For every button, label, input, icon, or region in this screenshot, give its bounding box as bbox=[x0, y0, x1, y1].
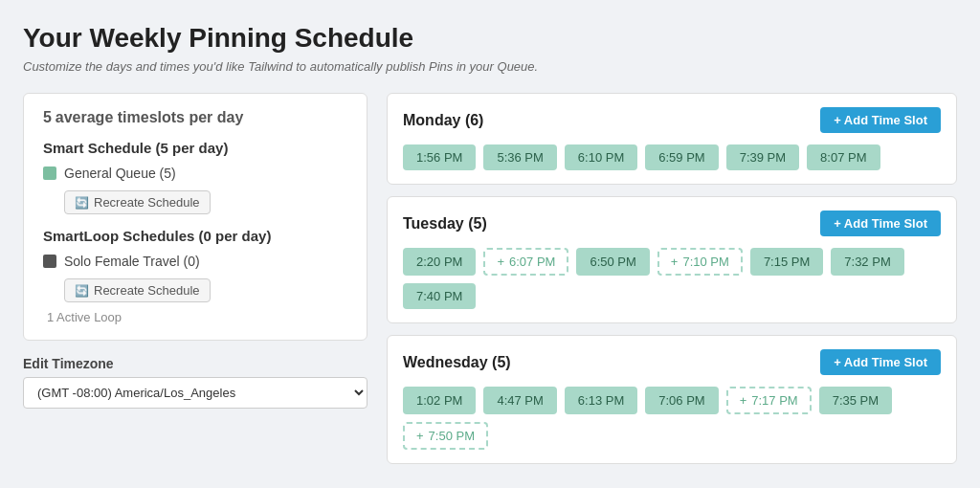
smart-schedule-title: Smart Schedule (5 per day) bbox=[43, 140, 347, 156]
add-time-slot-monday[interactable]: + Add Time Slot bbox=[820, 107, 941, 133]
day-title-monday: Monday (6) bbox=[403, 112, 483, 129]
time-slot-tuesday-4[interactable]: 7:15 PM bbox=[750, 248, 823, 276]
time-slot-wednesday-6[interactable]: + 7:50 PM bbox=[403, 422, 488, 450]
day-header-monday: Monday (6)+ Add Time Slot bbox=[403, 107, 941, 133]
day-title-tuesday: Tuesday (5) bbox=[403, 215, 487, 233]
plus-icon: + bbox=[740, 393, 747, 408]
solo-travel-label: Solo Female Travel (0) bbox=[64, 254, 200, 269]
recreate-icon-2: 🔄 bbox=[75, 284, 89, 298]
solo-travel-queue-item: Solo Female Travel (0) bbox=[43, 254, 347, 269]
left-panel: 5 average timeslots per day Smart Schedu… bbox=[23, 93, 368, 409]
plus-icon: + bbox=[497, 255, 504, 269]
time-slot-wednesday-5[interactable]: 7:35 PM bbox=[819, 387, 892, 414]
time-slot-tuesday-0[interactable]: 2:20 PM bbox=[403, 248, 476, 276]
time-slot-wednesday-0[interactable]: 1:02 PM bbox=[403, 387, 476, 414]
general-queue-label: General Queue (5) bbox=[64, 166, 176, 181]
timezone-select[interactable]: (GMT -08:00) America/Los_Angeles (GMT -0… bbox=[23, 377, 368, 409]
time-slot-tuesday-1[interactable]: + 6:07 PM bbox=[483, 248, 568, 276]
time-slot-tuesday-5[interactable]: 7:32 PM bbox=[831, 248, 903, 276]
add-time-slot-wednesday[interactable]: + Add Time Slot bbox=[820, 349, 941, 375]
page: Your Weekly Pinning Schedule Customize t… bbox=[0, 0, 980, 488]
time-slot-wednesday-1[interactable]: 4:47 PM bbox=[483, 387, 556, 414]
plus-icon: + bbox=[416, 429, 424, 443]
time-slot-wednesday-3[interactable]: 7:06 PM bbox=[645, 387, 718, 414]
timezone-label: Edit Timezone bbox=[23, 356, 368, 371]
recreate-schedule-label-1: Recreate Schedule bbox=[94, 195, 200, 210]
smart-schedule-section: Smart Schedule (5 per day) General Queue… bbox=[43, 140, 347, 214]
time-slot-monday-5[interactable]: 8:07 PM bbox=[807, 144, 880, 170]
time-slot-wednesday-2[interactable]: 6:13 PM bbox=[565, 387, 637, 414]
general-queue-color bbox=[43, 166, 56, 180]
time-slots-wednesday: 1:02 PM4:47 PM6:13 PM7:06 PM+ 7:17 PM7:3… bbox=[403, 387, 941, 450]
time-slots-tuesday: 2:20 PM+ 6:07 PM6:50 PM+ 7:10 PM7:15 PM7… bbox=[403, 248, 941, 309]
schedule-box: 5 average timeslots per day Smart Schedu… bbox=[23, 93, 368, 341]
day-header-tuesday: Tuesday (5)+ Add Time Slot bbox=[403, 211, 941, 236]
time-slot-monday-1[interactable]: 5:36 PM bbox=[483, 144, 556, 170]
avg-timeslots-number: 5 bbox=[43, 109, 52, 125]
recreate-schedule-button-2[interactable]: 🔄 Recreate Schedule bbox=[64, 278, 211, 302]
add-time-slot-tuesday[interactable]: + Add Time Slot bbox=[820, 211, 941, 236]
time-slot-monday-3[interactable]: 6:59 PM bbox=[645, 144, 718, 170]
time-slots-monday: 1:56 PM5:36 PM6:10 PM6:59 PM7:39 PM8:07 … bbox=[403, 144, 941, 170]
general-queue-item: General Queue (5) bbox=[43, 166, 347, 181]
recreate-schedule-label-2: Recreate Schedule bbox=[94, 283, 200, 298]
day-section-tuesday: Tuesday (5)+ Add Time Slot2:20 PM+ 6:07 … bbox=[387, 196, 957, 323]
time-slot-monday-2[interactable]: 6:10 PM bbox=[565, 144, 637, 170]
day-section-monday: Monday (6)+ Add Time Slot1:56 PM5:36 PM6… bbox=[387, 93, 957, 185]
content-area: 5 average timeslots per day Smart Schedu… bbox=[23, 93, 957, 476]
time-slot-wednesday-4[interactable]: + 7:17 PM bbox=[726, 387, 812, 414]
avg-timeslots-label: average timeslots per day bbox=[56, 109, 244, 125]
day-title-wednesday: Wednesday (5) bbox=[403, 354, 511, 371]
plus-icon: + bbox=[671, 255, 679, 269]
day-section-wednesday: Wednesday (5)+ Add Time Slot1:02 PM4:47 … bbox=[387, 335, 957, 464]
page-subtitle: Customize the days and times you'd like … bbox=[23, 59, 957, 74]
time-slot-monday-4[interactable]: 7:39 PM bbox=[726, 144, 799, 170]
recreate-icon-1: 🔄 bbox=[75, 196, 89, 210]
timezone-section: Edit Timezone (GMT -08:00) America/Los_A… bbox=[23, 356, 368, 409]
solo-travel-color bbox=[43, 255, 56, 268]
time-slot-monday-0[interactable]: 1:56 PM bbox=[403, 144, 476, 170]
time-slot-tuesday-3[interactable]: + 7:10 PM bbox=[657, 248, 743, 276]
active-loop-text: 1 Active Loop bbox=[47, 310, 347, 324]
time-slot-tuesday-6[interactable]: 7:40 PM bbox=[403, 283, 476, 309]
smartloop-title: SmartLoop Schedules (0 per day) bbox=[43, 228, 347, 244]
right-panel: Monday (6)+ Add Time Slot1:56 PM5:36 PM6… bbox=[387, 93, 957, 476]
page-title: Your Weekly Pinning Schedule bbox=[23, 23, 957, 54]
day-header-wednesday: Wednesday (5)+ Add Time Slot bbox=[403, 349, 941, 375]
avg-timeslots: 5 average timeslots per day bbox=[43, 109, 347, 126]
recreate-schedule-button-1[interactable]: 🔄 Recreate Schedule bbox=[64, 190, 211, 214]
smartloop-section: SmartLoop Schedules (0 per day) Solo Fem… bbox=[43, 228, 347, 324]
time-slot-tuesday-2[interactable]: 6:50 PM bbox=[576, 248, 649, 276]
